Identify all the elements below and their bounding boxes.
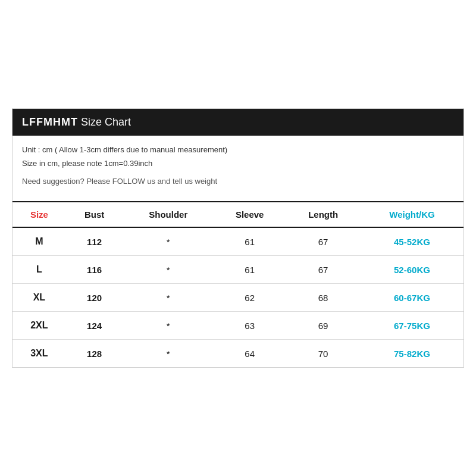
unit-note: Unit : cm ( Allow 1-3cm differs due to m… xyxy=(22,144,454,156)
cell-length: 68 xyxy=(286,284,361,312)
chart-info: Unit : cm ( Allow 1-3cm differs due to m… xyxy=(12,136,464,203)
col-header-sleeve: Sleeve xyxy=(214,202,286,227)
cell-size: XL xyxy=(12,284,66,312)
cell-shoulder: * xyxy=(123,312,214,340)
cell-weight: 52-60KG xyxy=(361,256,464,284)
cell-length: 69 xyxy=(286,312,361,340)
cell-bust: 120 xyxy=(66,284,123,312)
col-header-shoulder: Shoulder xyxy=(123,202,214,227)
cell-size: M xyxy=(12,227,66,256)
cell-sleeve: 61 xyxy=(214,256,286,284)
cell-shoulder: * xyxy=(123,256,214,284)
brand-name: LFFMHMT xyxy=(22,116,78,128)
cell-length: 67 xyxy=(286,227,361,256)
cell-size: 2XL xyxy=(12,312,66,340)
chart-title: Size Chart xyxy=(78,116,131,128)
cell-weight: 45-52KG xyxy=(361,227,464,256)
cell-sleeve: 61 xyxy=(214,227,286,256)
table-row: M112*616745-52KG xyxy=(12,227,464,256)
table-row: L116*616752-60KG xyxy=(12,256,464,284)
cell-size: L xyxy=(12,256,66,284)
table-row: XL120*626860-67KG xyxy=(12,284,464,312)
col-header-size: Size xyxy=(12,202,66,227)
cell-bust: 112 xyxy=(66,227,123,256)
cell-length: 70 xyxy=(286,340,361,368)
col-header-bust: Bust xyxy=(66,202,123,227)
cell-shoulder: * xyxy=(123,284,214,312)
table-row: 3XL128*647075-82KG xyxy=(12,340,464,368)
col-header-length: Length xyxy=(286,202,361,227)
cell-weight: 67-75KG xyxy=(361,312,464,340)
col-header-weight: Weight/KG xyxy=(361,202,464,227)
cell-sleeve: 62 xyxy=(214,284,286,312)
cell-bust: 128 xyxy=(66,340,123,368)
size-note: Size in cm, please note 1cm=0.39inch xyxy=(22,158,454,170)
table-header-row: Size Bust Shoulder Sleeve Length Weight/… xyxy=(12,202,464,227)
suggestion-note: Need suggestion? Please FOLLOW us and te… xyxy=(22,176,454,187)
size-chart: LFFMHMT Size Chart Unit : cm ( Allow 1-3… xyxy=(12,108,464,368)
cell-length: 67 xyxy=(286,256,361,284)
cell-sleeve: 63 xyxy=(214,312,286,340)
cell-weight: 60-67KG xyxy=(361,284,464,312)
cell-bust: 116 xyxy=(66,256,123,284)
chart-header: LFFMHMT Size Chart xyxy=(12,109,464,136)
table-row: 2XL124*636967-75KG xyxy=(12,312,464,340)
cell-shoulder: * xyxy=(123,227,214,256)
cell-bust: 124 xyxy=(66,312,123,340)
cell-weight: 75-82KG xyxy=(361,340,464,368)
cell-size: 3XL xyxy=(12,340,66,368)
cell-sleeve: 64 xyxy=(214,340,286,368)
size-table: Size Bust Shoulder Sleeve Length Weight/… xyxy=(12,202,464,367)
cell-shoulder: * xyxy=(123,340,214,368)
